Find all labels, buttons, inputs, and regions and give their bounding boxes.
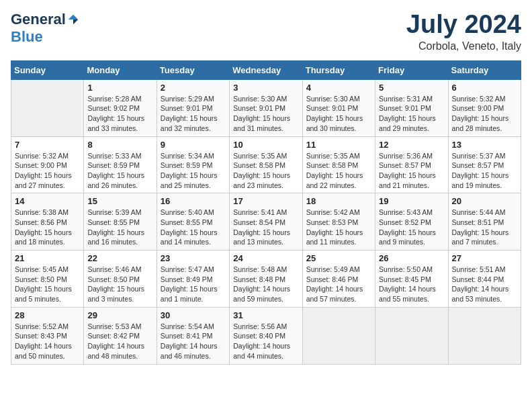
month-title: July 2024 <box>406 11 521 39</box>
calendar-cell: 17Sunrise: 5:41 AMSunset: 8:54 PMDayligh… <box>230 193 302 250</box>
day-info: Sunrise: 5:49 AMSunset: 8:46 PMDaylight:… <box>306 265 371 304</box>
day-number: 23 <box>161 253 226 263</box>
day-number: 25 <box>306 253 371 263</box>
logo[interactable]: General Blue <box>11 11 79 46</box>
calendar-cell: 16Sunrise: 5:40 AMSunset: 8:55 PMDayligh… <box>157 193 229 250</box>
day-number: 8 <box>87 140 152 150</box>
day-info: Sunrise: 5:41 AMSunset: 8:54 PMDaylight:… <box>233 208 298 247</box>
calendar-cell: 23Sunrise: 5:47 AMSunset: 8:49 PMDayligh… <box>157 250 229 308</box>
day-number: 5 <box>379 83 444 93</box>
day-info: Sunrise: 5:30 AMSunset: 9:01 PMDaylight:… <box>233 94 298 134</box>
title-block: July 2024 Corbola, Veneto, Italy <box>406 11 521 52</box>
day-number: 3 <box>233 83 298 93</box>
calendar-cell: 9Sunrise: 5:34 AMSunset: 8:59 PMDaylight… <box>157 136 229 193</box>
day-number: 27 <box>452 253 517 263</box>
logo-icon <box>67 13 79 26</box>
day-number: 9 <box>161 140 226 150</box>
day-info: Sunrise: 5:28 AMSunset: 9:02 PMDaylight:… <box>87 94 152 134</box>
day-number: 4 <box>306 83 371 93</box>
calendar-cell: 26Sunrise: 5:50 AMSunset: 8:45 PMDayligh… <box>375 250 448 308</box>
day-number: 29 <box>87 310 152 320</box>
calendar-cell: 12Sunrise: 5:36 AMSunset: 8:57 PMDayligh… <box>375 136 448 193</box>
calendar-cell: 25Sunrise: 5:49 AMSunset: 8:46 PMDayligh… <box>302 250 375 308</box>
calendar-cell <box>302 307 375 364</box>
day-number: 10 <box>233 140 298 150</box>
calendar-header-thursday: Thursday <box>302 60 375 79</box>
location: Corbola, Veneto, Italy <box>406 40 521 52</box>
calendar-header-sunday: Sunday <box>11 60 84 79</box>
day-number: 19 <box>379 196 444 206</box>
day-number: 1 <box>87 83 152 93</box>
day-info: Sunrise: 5:45 AMSunset: 8:50 PMDaylight:… <box>15 265 80 304</box>
calendar-cell: 7Sunrise: 5:32 AMSunset: 9:00 PMDaylight… <box>11 136 84 193</box>
day-info: Sunrise: 5:46 AMSunset: 8:50 PMDaylight:… <box>87 265 152 304</box>
day-number: 26 <box>379 253 444 263</box>
day-info: Sunrise: 5:38 AMSunset: 8:56 PMDaylight:… <box>15 208 80 247</box>
day-number: 14 <box>15 196 80 206</box>
calendar-cell: 3Sunrise: 5:30 AMSunset: 9:01 PMDaylight… <box>230 79 302 136</box>
calendar-week-4: 21Sunrise: 5:45 AMSunset: 8:50 PMDayligh… <box>11 250 521 308</box>
day-info: Sunrise: 5:35 AMSunset: 8:58 PMDaylight:… <box>306 151 371 191</box>
day-info: Sunrise: 5:30 AMSunset: 9:01 PMDaylight:… <box>306 94 371 134</box>
calendar-header-monday: Monday <box>84 60 157 79</box>
calendar-cell: 1Sunrise: 5:28 AMSunset: 9:02 PMDaylight… <box>84 79 157 136</box>
day-number: 22 <box>87 253 152 263</box>
calendar-cell <box>11 79 84 136</box>
day-number: 24 <box>233 253 298 263</box>
day-info: Sunrise: 5:53 AMSunset: 8:42 PMDaylight:… <box>87 322 152 361</box>
day-info: Sunrise: 5:36 AMSunset: 8:57 PMDaylight:… <box>379 151 444 191</box>
calendar-header-tuesday: Tuesday <box>157 60 229 79</box>
calendar-cell: 31Sunrise: 5:56 AMSunset: 8:40 PMDayligh… <box>230 307 302 364</box>
calendar-week-5: 28Sunrise: 5:52 AMSunset: 8:43 PMDayligh… <box>11 307 521 364</box>
day-info: Sunrise: 5:47 AMSunset: 8:49 PMDaylight:… <box>161 265 226 304</box>
page-header: General Blue July 2024 Corbola, Veneto, … <box>11 11 521 52</box>
calendar-cell <box>375 307 448 364</box>
calendar-header-saturday: Saturday <box>448 60 521 79</box>
day-number: 18 <box>306 196 371 206</box>
day-number: 30 <box>161 310 226 320</box>
day-number: 17 <box>233 196 298 206</box>
day-number: 16 <box>161 196 226 206</box>
day-number: 13 <box>452 140 517 150</box>
calendar-cell: 20Sunrise: 5:44 AMSunset: 8:51 PMDayligh… <box>448 193 521 250</box>
calendar-cell: 29Sunrise: 5:53 AMSunset: 8:42 PMDayligh… <box>84 307 157 364</box>
day-info: Sunrise: 5:34 AMSunset: 8:59 PMDaylight:… <box>161 151 226 191</box>
day-number: 15 <box>87 196 152 206</box>
calendar-cell: 24Sunrise: 5:48 AMSunset: 8:48 PMDayligh… <box>230 250 302 308</box>
calendar-cell <box>448 307 521 364</box>
day-info: Sunrise: 5:39 AMSunset: 8:55 PMDaylight:… <box>87 208 152 247</box>
day-info: Sunrise: 5:51 AMSunset: 8:44 PMDaylight:… <box>452 265 517 304</box>
day-info: Sunrise: 5:40 AMSunset: 8:55 PMDaylight:… <box>161 208 226 247</box>
calendar-cell: 28Sunrise: 5:52 AMSunset: 8:43 PMDayligh… <box>11 307 84 364</box>
calendar-cell: 8Sunrise: 5:33 AMSunset: 8:59 PMDaylight… <box>84 136 157 193</box>
calendar-cell: 10Sunrise: 5:35 AMSunset: 8:58 PMDayligh… <box>230 136 302 193</box>
day-number: 20 <box>452 196 517 206</box>
day-number: 6 <box>452 83 517 93</box>
day-info: Sunrise: 5:42 AMSunset: 8:53 PMDaylight:… <box>306 208 371 247</box>
day-number: 28 <box>15 310 80 320</box>
calendar-cell: 22Sunrise: 5:46 AMSunset: 8:50 PMDayligh… <box>84 250 157 308</box>
day-info: Sunrise: 5:44 AMSunset: 8:51 PMDaylight:… <box>452 208 517 247</box>
logo-blue: Blue <box>11 28 43 46</box>
calendar-cell: 19Sunrise: 5:43 AMSunset: 8:52 PMDayligh… <box>375 193 448 250</box>
calendar-header-friday: Friday <box>375 60 448 79</box>
calendar-cell: 21Sunrise: 5:45 AMSunset: 8:50 PMDayligh… <box>11 250 84 308</box>
logo-general: General <box>11 11 66 28</box>
day-info: Sunrise: 5:33 AMSunset: 8:59 PMDaylight:… <box>87 151 152 191</box>
day-info: Sunrise: 5:37 AMSunset: 8:57 PMDaylight:… <box>452 151 517 191</box>
day-info: Sunrise: 5:56 AMSunset: 8:40 PMDaylight:… <box>233 322 298 361</box>
calendar-header-wednesday: Wednesday <box>230 60 302 79</box>
calendar-cell: 13Sunrise: 5:37 AMSunset: 8:57 PMDayligh… <box>448 136 521 193</box>
calendar-header-row: SundayMondayTuesdayWednesdayThursdayFrid… <box>11 60 521 79</box>
calendar-cell: 15Sunrise: 5:39 AMSunset: 8:55 PMDayligh… <box>84 193 157 250</box>
calendar-cell: 2Sunrise: 5:29 AMSunset: 9:01 PMDaylight… <box>157 79 229 136</box>
day-info: Sunrise: 5:52 AMSunset: 8:43 PMDaylight:… <box>15 322 80 361</box>
calendar-cell: 18Sunrise: 5:42 AMSunset: 8:53 PMDayligh… <box>302 193 375 250</box>
day-info: Sunrise: 5:50 AMSunset: 8:45 PMDaylight:… <box>379 265 444 304</box>
day-info: Sunrise: 5:32 AMSunset: 9:00 PMDaylight:… <box>452 94 517 134</box>
svg-marker-1 <box>73 19 78 24</box>
calendar-cell: 6Sunrise: 5:32 AMSunset: 9:00 PMDaylight… <box>448 79 521 136</box>
day-info: Sunrise: 5:54 AMSunset: 8:41 PMDaylight:… <box>161 322 226 361</box>
day-number: 12 <box>379 140 444 150</box>
calendar-cell: 30Sunrise: 5:54 AMSunset: 8:41 PMDayligh… <box>157 307 229 364</box>
